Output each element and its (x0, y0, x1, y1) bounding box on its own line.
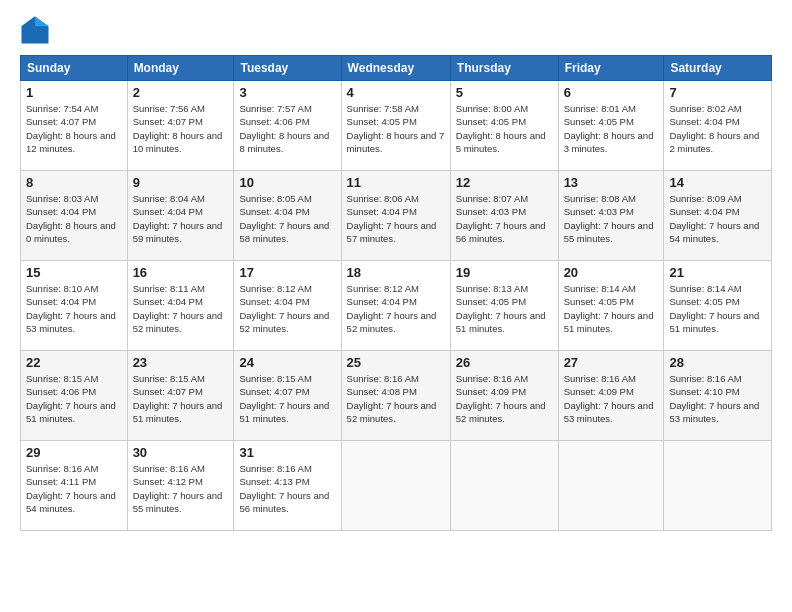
calendar-cell (341, 441, 450, 531)
day-info: Sunrise: 8:14 AMSunset: 4:05 PMDaylight:… (564, 282, 659, 335)
day-info: Sunrise: 8:14 AMSunset: 4:05 PMDaylight:… (669, 282, 766, 335)
day-info: Sunrise: 7:56 AMSunset: 4:07 PMDaylight:… (133, 102, 229, 155)
day-info: Sunrise: 8:16 AMSunset: 4:09 PMDaylight:… (564, 372, 659, 425)
day-number: 6 (564, 85, 659, 100)
svg-marker-2 (22, 17, 36, 27)
calendar-cell: 20Sunrise: 8:14 AMSunset: 4:05 PMDayligh… (558, 261, 664, 351)
day-info: Sunrise: 8:12 AMSunset: 4:04 PMDaylight:… (239, 282, 335, 335)
day-info: Sunrise: 8:16 AMSunset: 4:10 PMDaylight:… (669, 372, 766, 425)
calendar-cell: 4Sunrise: 7:58 AMSunset: 4:05 PMDaylight… (341, 81, 450, 171)
day-info: Sunrise: 8:16 AMSunset: 4:13 PMDaylight:… (239, 462, 335, 515)
calendar-cell (450, 441, 558, 531)
logo (20, 15, 54, 45)
calendar-cell: 15Sunrise: 8:10 AMSunset: 4:04 PMDayligh… (21, 261, 128, 351)
calendar-row-3: 22Sunrise: 8:15 AMSunset: 4:06 PMDayligh… (21, 351, 772, 441)
day-info: Sunrise: 8:03 AMSunset: 4:04 PMDaylight:… (26, 192, 122, 245)
day-number: 4 (347, 85, 445, 100)
calendar-cell: 2Sunrise: 7:56 AMSunset: 4:07 PMDaylight… (127, 81, 234, 171)
col-header-friday: Friday (558, 56, 664, 81)
calendar-cell (664, 441, 772, 531)
calendar-cell: 7Sunrise: 8:02 AMSunset: 4:04 PMDaylight… (664, 81, 772, 171)
day-number: 13 (564, 175, 659, 190)
col-header-sunday: Sunday (21, 56, 128, 81)
day-number: 31 (239, 445, 335, 460)
day-number: 17 (239, 265, 335, 280)
svg-marker-1 (35, 17, 49, 27)
day-number: 5 (456, 85, 553, 100)
day-number: 30 (133, 445, 229, 460)
calendar-cell: 16Sunrise: 8:11 AMSunset: 4:04 PMDayligh… (127, 261, 234, 351)
day-number: 29 (26, 445, 122, 460)
day-info: Sunrise: 8:16 AMSunset: 4:09 PMDaylight:… (456, 372, 553, 425)
day-info: Sunrise: 8:05 AMSunset: 4:04 PMDaylight:… (239, 192, 335, 245)
calendar-cell: 28Sunrise: 8:16 AMSunset: 4:10 PMDayligh… (664, 351, 772, 441)
calendar-cell: 6Sunrise: 8:01 AMSunset: 4:05 PMDaylight… (558, 81, 664, 171)
day-info: Sunrise: 8:16 AMSunset: 4:08 PMDaylight:… (347, 372, 445, 425)
day-number: 20 (564, 265, 659, 280)
day-number: 14 (669, 175, 766, 190)
calendar-cell: 26Sunrise: 8:16 AMSunset: 4:09 PMDayligh… (450, 351, 558, 441)
calendar-table: SundayMondayTuesdayWednesdayThursdayFrid… (20, 55, 772, 531)
day-info: Sunrise: 8:12 AMSunset: 4:04 PMDaylight:… (347, 282, 445, 335)
day-number: 22 (26, 355, 122, 370)
col-header-thursday: Thursday (450, 56, 558, 81)
day-number: 3 (239, 85, 335, 100)
day-number: 28 (669, 355, 766, 370)
calendar-cell: 25Sunrise: 8:16 AMSunset: 4:08 PMDayligh… (341, 351, 450, 441)
day-info: Sunrise: 8:08 AMSunset: 4:03 PMDaylight:… (564, 192, 659, 245)
day-info: Sunrise: 8:00 AMSunset: 4:05 PMDaylight:… (456, 102, 553, 155)
calendar-cell: 22Sunrise: 8:15 AMSunset: 4:06 PMDayligh… (21, 351, 128, 441)
col-header-wednesday: Wednesday (341, 56, 450, 81)
day-number: 9 (133, 175, 229, 190)
col-header-tuesday: Tuesday (234, 56, 341, 81)
day-number: 11 (347, 175, 445, 190)
calendar-cell: 18Sunrise: 8:12 AMSunset: 4:04 PMDayligh… (341, 261, 450, 351)
col-header-monday: Monday (127, 56, 234, 81)
day-info: Sunrise: 8:06 AMSunset: 4:04 PMDaylight:… (347, 192, 445, 245)
calendar-cell: 19Sunrise: 8:13 AMSunset: 4:05 PMDayligh… (450, 261, 558, 351)
day-info: Sunrise: 8:04 AMSunset: 4:04 PMDaylight:… (133, 192, 229, 245)
logo-icon (20, 15, 50, 45)
day-number: 24 (239, 355, 335, 370)
calendar-cell (558, 441, 664, 531)
day-info: Sunrise: 8:11 AMSunset: 4:04 PMDaylight:… (133, 282, 229, 335)
day-number: 2 (133, 85, 229, 100)
calendar-cell: 21Sunrise: 8:14 AMSunset: 4:05 PMDayligh… (664, 261, 772, 351)
day-info: Sunrise: 8:13 AMSunset: 4:05 PMDaylight:… (456, 282, 553, 335)
day-number: 18 (347, 265, 445, 280)
day-number: 16 (133, 265, 229, 280)
calendar-cell: 24Sunrise: 8:15 AMSunset: 4:07 PMDayligh… (234, 351, 341, 441)
day-info: Sunrise: 7:57 AMSunset: 4:06 PMDaylight:… (239, 102, 335, 155)
day-info: Sunrise: 8:15 AMSunset: 4:06 PMDaylight:… (26, 372, 122, 425)
calendar-cell: 10Sunrise: 8:05 AMSunset: 4:04 PMDayligh… (234, 171, 341, 261)
calendar-cell: 5Sunrise: 8:00 AMSunset: 4:05 PMDaylight… (450, 81, 558, 171)
day-info: Sunrise: 7:58 AMSunset: 4:05 PMDaylight:… (347, 102, 445, 155)
day-info: Sunrise: 8:01 AMSunset: 4:05 PMDaylight:… (564, 102, 659, 155)
day-number: 12 (456, 175, 553, 190)
col-header-saturday: Saturday (664, 56, 772, 81)
day-number: 23 (133, 355, 229, 370)
day-info: Sunrise: 8:02 AMSunset: 4:04 PMDaylight:… (669, 102, 766, 155)
day-info: Sunrise: 8:15 AMSunset: 4:07 PMDaylight:… (133, 372, 229, 425)
day-number: 7 (669, 85, 766, 100)
day-info: Sunrise: 8:16 AMSunset: 4:11 PMDaylight:… (26, 462, 122, 515)
day-number: 21 (669, 265, 766, 280)
day-info: Sunrise: 8:07 AMSunset: 4:03 PMDaylight:… (456, 192, 553, 245)
calendar-row-1: 8Sunrise: 8:03 AMSunset: 4:04 PMDaylight… (21, 171, 772, 261)
calendar-cell: 1Sunrise: 7:54 AMSunset: 4:07 PMDaylight… (21, 81, 128, 171)
calendar-cell: 17Sunrise: 8:12 AMSunset: 4:04 PMDayligh… (234, 261, 341, 351)
day-info: Sunrise: 8:09 AMSunset: 4:04 PMDaylight:… (669, 192, 766, 245)
calendar-row-2: 15Sunrise: 8:10 AMSunset: 4:04 PMDayligh… (21, 261, 772, 351)
header (20, 15, 772, 45)
calendar-cell: 29Sunrise: 8:16 AMSunset: 4:11 PMDayligh… (21, 441, 128, 531)
calendar-cell: 23Sunrise: 8:15 AMSunset: 4:07 PMDayligh… (127, 351, 234, 441)
day-info: Sunrise: 7:54 AMSunset: 4:07 PMDaylight:… (26, 102, 122, 155)
calendar-cell: 9Sunrise: 8:04 AMSunset: 4:04 PMDaylight… (127, 171, 234, 261)
day-info: Sunrise: 8:10 AMSunset: 4:04 PMDaylight:… (26, 282, 122, 335)
calendar-cell: 3Sunrise: 7:57 AMSunset: 4:06 PMDaylight… (234, 81, 341, 171)
calendar-cell: 12Sunrise: 8:07 AMSunset: 4:03 PMDayligh… (450, 171, 558, 261)
day-number: 1 (26, 85, 122, 100)
day-info: Sunrise: 8:15 AMSunset: 4:07 PMDaylight:… (239, 372, 335, 425)
day-number: 26 (456, 355, 553, 370)
day-number: 25 (347, 355, 445, 370)
